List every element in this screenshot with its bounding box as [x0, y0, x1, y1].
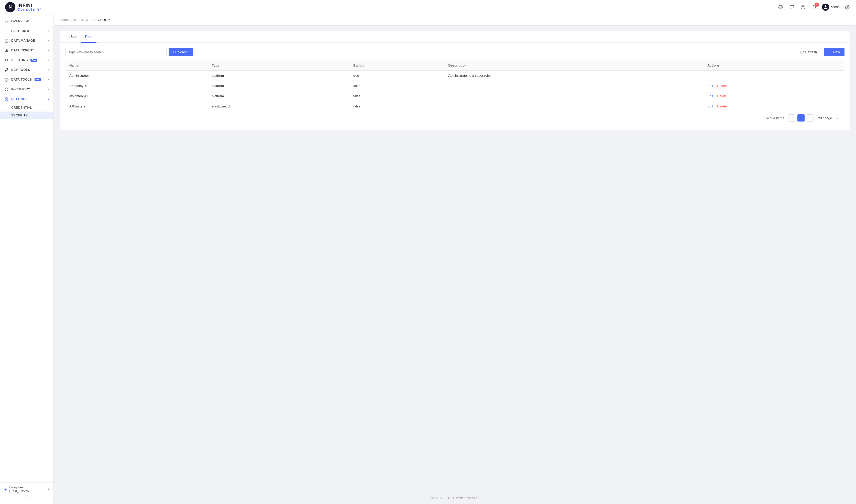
search-area: Search	[65, 48, 193, 56]
sidebar-item-platform-label: PLATFORM	[11, 29, 29, 33]
tab-role[interactable]: Role	[81, 31, 97, 43]
sidebar-item-inventory[interactable]: INVENTORY ▾	[0, 85, 53, 94]
delete-link[interactable]: Delete	[717, 94, 727, 98]
row-name: InsightonlyUI	[65, 91, 208, 101]
per-page-wrapper: 20 / page 50 / page 100 / page	[816, 115, 840, 121]
help-icon[interactable]	[800, 4, 807, 11]
sidebar-item-platform[interactable]: PLATFORM ▾	[0, 26, 53, 36]
svg-point-24	[174, 51, 176, 53]
notification-badge: 9	[815, 3, 819, 7]
tab-role-label: Role	[85, 35, 93, 39]
col-type: Type	[208, 60, 349, 71]
page-footer: ©INFINI.LTD, All Rights Reserved.	[54, 492, 856, 504]
refresh-button[interactable]: Refresh	[796, 48, 821, 56]
enterprise-label: Enterprise (1.5.0_SNAPS...	[9, 486, 46, 493]
sidebar-item-settings[interactable]: SETTINGS ▴	[0, 94, 53, 104]
logo-console: Console ///	[17, 8, 41, 11]
monitor-icon[interactable]	[788, 4, 796, 11]
data-insight-arrow-icon: ▾	[48, 49, 50, 52]
row-actions: Edit Delete	[703, 101, 844, 111]
admin-area[interactable]: admin	[822, 4, 840, 11]
logo-icon: N	[5, 2, 15, 12]
table-row: ReadonlyUI platform false Edit Delete	[65, 81, 844, 91]
platform-icon	[4, 29, 9, 33]
logo-infini: INFINI	[17, 3, 41, 8]
row-type: platform	[208, 81, 349, 91]
row-name: Administrator	[65, 71, 208, 81]
sidebar-item-data-tools-label: DATA TOOLS	[11, 78, 32, 82]
svg-rect-10	[5, 21, 6, 22]
platform-arrow-icon: ▾	[48, 30, 50, 33]
row-builtin: false	[349, 101, 444, 111]
delete-link[interactable]: Delete	[717, 104, 727, 108]
sidebar-item-settings-label: SETTINGS	[11, 97, 28, 101]
data-tools-icon	[4, 77, 9, 82]
row-actions	[703, 71, 844, 81]
sidebar-item-credential[interactable]: CREDENTIAL	[0, 104, 53, 111]
next-page-button[interactable]: ›	[807, 114, 814, 122]
sidebar-item-data-insight[interactable]: DATA INSIGHT ▾	[0, 46, 53, 55]
sidebar-item-security[interactable]: SECURITY	[0, 111, 53, 119]
breadcrumb-sep1: /	[70, 18, 71, 22]
new-button[interactable]: New	[824, 48, 844, 56]
col-name: Name	[65, 60, 208, 71]
per-page-select[interactable]: 20 / page 50 / page 100 / page	[816, 115, 840, 121]
alerting-icon	[4, 58, 9, 62]
breadcrumb-current: SECURITY	[93, 18, 110, 22]
settings-gear-icon[interactable]	[844, 4, 851, 11]
settings-icon	[4, 97, 9, 101]
breadcrumb-bar: Home / SETTINGS / SECURITY	[54, 14, 856, 25]
svg-point-20	[6, 98, 7, 100]
data-insight-icon	[4, 48, 9, 53]
sidebar-item-dev-tools[interactable]: DEV TOOLS ▾	[0, 65, 53, 75]
admin-name: admin	[831, 5, 840, 9]
prev-page-button[interactable]: ‹	[788, 114, 796, 122]
sidebar-item-data-insight-label: DATA INSIGHT	[11, 49, 34, 52]
table-row: InsightonlyUI platform false Edit Delete	[65, 91, 844, 101]
row-builtin: false	[349, 81, 444, 91]
globe-icon[interactable]	[777, 4, 784, 11]
svg-point-7	[847, 6, 848, 8]
search-input[interactable]	[65, 48, 166, 56]
settings-arrow-icon: ▴	[48, 98, 50, 101]
table-header: Name Type Builtin Description Actions	[65, 60, 844, 71]
row-type: platform	[208, 91, 349, 101]
search-button[interactable]: Search	[168, 48, 193, 56]
search-button-label: Search	[178, 50, 189, 54]
breadcrumb-home[interactable]: Home	[60, 18, 69, 22]
enterprise-arrow-icon: >	[48, 487, 49, 491]
sidebar-bottom: ◈ Enterprise (1.5.0_SNAPS... >	[0, 482, 53, 504]
delete-link[interactable]: Delete	[717, 84, 727, 88]
row-description	[444, 81, 703, 91]
page-1-button[interactable]: 1	[798, 114, 805, 122]
sidebar-item-overview[interactable]: OVERVIEW	[0, 16, 53, 26]
top-bar: N INFINI Console /// 9	[0, 0, 856, 14]
breadcrumb-settings[interactable]: SETTINGS	[73, 18, 89, 22]
sidebar-item-data-tools[interactable]: DATA TOOLS Pro ▾	[0, 75, 53, 85]
pagination: 1-4 of 4 items ‹ 1 › 20 / page 50 / page…	[65, 111, 844, 125]
admin-avatar	[822, 4, 829, 11]
edit-link[interactable]: Edit	[707, 104, 713, 108]
sidebar-item-inventory-label: INVENTORY	[11, 88, 30, 91]
sidebar-item-alerting[interactable]: ALERTING Pro ▾	[0, 55, 53, 65]
pagination-info: 1-4 of 4 items	[764, 116, 784, 120]
collapse-sidebar-button[interactable]	[4, 493, 49, 501]
notification-icon[interactable]: 9	[811, 4, 818, 11]
sidebar-item-overview-label: OVERVIEW	[11, 19, 29, 23]
edit-link[interactable]: Edit	[707, 84, 713, 88]
sidebar-item-data-manage[interactable]: DATA MANAGE ▾	[0, 36, 53, 46]
data-table: Name Type Builtin Description Actions Ad…	[65, 60, 844, 111]
footer-copyright: ©INFINI.LTD, All Rights Reserved.	[431, 496, 478, 500]
top-bar-right: 9 admin	[777, 4, 851, 11]
row-description	[444, 91, 703, 101]
dev-tools-arrow-icon: ▾	[48, 69, 50, 71]
edit-link[interactable]: Edit	[707, 94, 713, 98]
logo-area: N INFINI Console ///	[5, 2, 41, 12]
row-actions: Edit Delete	[703, 81, 844, 91]
table-toolbar: Search Refresh New	[65, 48, 844, 56]
tab-user[interactable]: User	[65, 31, 81, 43]
alerting-pro-badge: Pro	[31, 59, 37, 62]
table-section: Search Refresh New	[60, 43, 850, 130]
enterprise-item[interactable]: ◈ Enterprise (1.5.0_SNAPS... >	[4, 486, 49, 493]
row-name: ReadonlyUI	[65, 81, 208, 91]
